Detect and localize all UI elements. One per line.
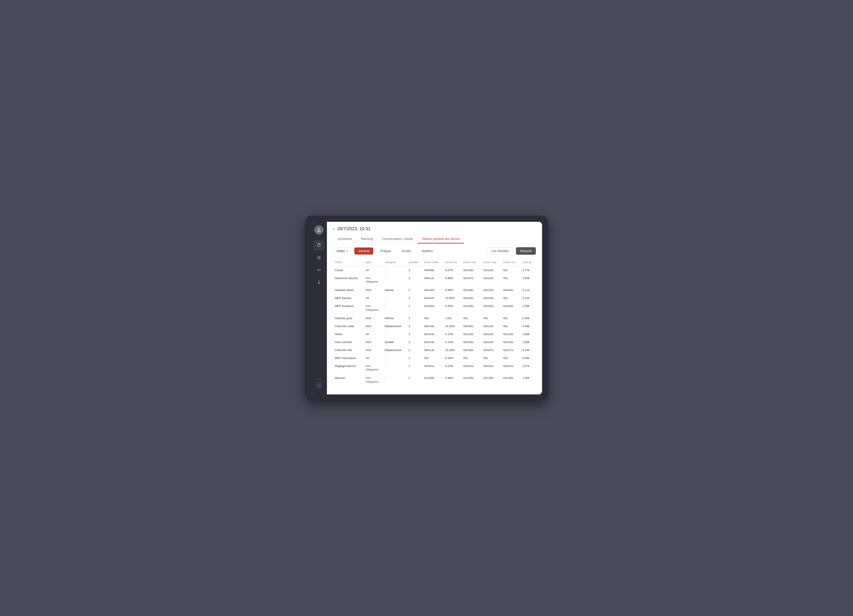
sidebar: ⏱ ⚙ ✏ ℹ › <box>311 222 327 394</box>
sidebar-expand-button[interactable]: › <box>316 382 322 389</box>
cell-quantite: 2 <box>407 286 422 294</box>
cell-duree-max: 02m05s <box>461 302 482 314</box>
cell-type: NVA <box>364 346 383 354</box>
cell-quantite: 1 <box>407 374 422 386</box>
tab-commentaires[interactable]: Commentaires / Media <box>377 235 417 243</box>
settings-icon: ⚙ <box>317 255 321 260</box>
cell-tache: Attendre grue <box>333 314 364 322</box>
cell-tache: MEP banche <box>333 294 364 302</box>
tab-syntheses[interactable]: Synthèses <box>333 235 356 243</box>
sidebar-item-info[interactable]: ℹ <box>314 277 324 288</box>
cell-duree-min: 02s <box>501 266 521 274</box>
chevron-right-icon: › <box>319 384 320 387</box>
voiles-dropdown[interactable]: Voiles ▼ <box>333 247 352 255</box>
cell-duree-min: 02m24s <box>501 338 521 346</box>
cell-duree-moy: 02m24s <box>482 338 501 346</box>
table-row: Réglage bancheNVAObligatoire-103m51s8.23… <box>333 362 536 374</box>
cell-duree-max: 02m39s <box>461 266 482 274</box>
avatar[interactable] <box>314 225 323 235</box>
cell-duree-min: 06s <box>501 294 521 302</box>
cell-duree-pct: 8.23% <box>443 362 461 374</box>
table-row: Desserrer bancheNVAObligatoire-304m12s8.… <box>333 274 536 286</box>
cell-quantite: 1 <box>407 302 422 314</box>
cell-duree-max: 02m36s <box>461 286 482 294</box>
cell-duree-totale: 45s <box>422 314 443 322</box>
cell-categorie: Déplacement <box>383 346 407 354</box>
cell-duree-pct: 13.29% <box>443 346 461 354</box>
cell-duree-max: 01m35s <box>461 374 482 386</box>
sidebar-nav: ⏱ ⚙ ✏ ℹ <box>314 240 324 378</box>
cell-duree-moy: 01m35s <box>482 374 501 386</box>
cell-quantite: 3 <box>407 294 422 302</box>
cell-quantite: 2 <box>407 346 422 354</box>
filter-amelie-button[interactable]: Amélie <box>398 247 415 255</box>
cell-quantite: 1 <box>407 330 422 338</box>
col-header-duree-totale: Durée totale <box>422 258 443 266</box>
dropdown-label: Voiles <box>336 249 345 253</box>
cell-type: NVA <box>364 322 383 330</box>
cell-duree-max: 03m56s <box>461 346 482 354</box>
header: ‹ 26/7/2023, 10:31 Synthèses Planning Co… <box>327 222 542 244</box>
page-title: 26/7/2023, 10:31 <box>337 226 370 231</box>
cell-duree-totale: 04m12s <box>422 274 443 286</box>
cell-duree-max: 03m51s <box>461 362 482 374</box>
cell-categorie: Attente <box>383 286 407 294</box>
filter-general-button[interactable]: Général <box>354 247 373 255</box>
chevron-down-icon: ▼ <box>346 250 348 252</box>
cell-duree-pct: 14.36% <box>443 322 461 330</box>
sidebar-item-edit[interactable]: ✏ <box>314 265 324 275</box>
cell-duree-moy: 05s <box>482 354 501 362</box>
cell-duree-max: 02m24s <box>461 330 482 338</box>
table-body: CoulerVA-304m09s8.87%02m39s01m23s02s2.77… <box>333 266 536 386</box>
sidebar-item-clock[interactable]: ⏱ <box>314 240 324 250</box>
cell-categorie: - <box>383 302 407 314</box>
cell-duree-moy: 01m24s <box>482 274 501 286</box>
cell-duree-max: 02m37s <box>461 274 482 286</box>
cell-type: VA <box>364 330 383 338</box>
cell-categorie: - <box>383 266 407 274</box>
cell-duree-max: 45s <box>461 314 482 322</box>
cell-duree-min: 02m24s <box>501 330 521 338</box>
col-header-categorie: Catégorie <box>383 258 407 266</box>
table-header-row: Tâche Type Catégorie Quantité Durée tota… <box>333 258 536 266</box>
cell-duree-moy: 45s <box>482 314 501 322</box>
table-row: MesurerNVAObligatoire-101m35s3.38%01m35s… <box>333 374 536 386</box>
cell-type: NVA <box>364 338 383 346</box>
cell-quantite: 1 <box>407 338 422 346</box>
svg-point-0 <box>318 228 320 230</box>
tab-planning[interactable]: Planning <box>356 235 377 243</box>
cell-cout: 0.06€ <box>521 354 536 362</box>
cell-duree-min: 01m35s <box>501 374 521 386</box>
table-row: MEP mannequinVA-105s0.18%05s05s05s0.06€ <box>333 354 536 362</box>
cell-duree-pct: 9.98% <box>443 286 461 294</box>
vue-detaillee-button[interactable]: Vue détaillée <box>487 247 513 255</box>
col-header-type: Type <box>364 258 383 266</box>
cell-duree-min: 02m17s <box>501 346 521 354</box>
filter-mathieu-button[interactable]: Mathieu <box>418 247 437 255</box>
filter-bar: Voiles ▼ Général Philippe Amélie Mathieu… <box>327 244 542 258</box>
cell-tache: Chercher info <box>333 346 364 354</box>
tabs: Synthèses Planning Commentaires / Media … <box>333 235 536 243</box>
cell-duree-moy: 02m24s <box>482 330 501 338</box>
cell-duree-totale: 06m13s <box>422 346 443 354</box>
cell-categorie: Attente <box>383 314 407 322</box>
cell-cout: 1.60€ <box>521 330 536 338</box>
cell-categorie: - <box>383 354 407 362</box>
cell-tache: Réglage banche <box>333 362 364 374</box>
col-header-duree-min: Durée min. <box>501 258 521 266</box>
col-header-quantite: Quantité <box>407 258 422 266</box>
tab-tableau[interactable]: Tableau général des tâches <box>417 235 464 243</box>
cell-tache: MEP écarteurs <box>333 302 364 314</box>
back-button[interactable]: ‹ <box>333 226 335 231</box>
filter-philippe-button[interactable]: Philippe <box>376 247 395 255</box>
resume-button[interactable]: Résumé <box>516 247 536 255</box>
cell-duree-max: 05s <box>461 354 482 362</box>
cell-cout: 0.50€ <box>521 314 536 322</box>
cell-cout: 3.14€ <box>521 294 536 302</box>
table-row: MEP bancheVA-304m43s10.08%02m24s01m34s06… <box>333 294 536 302</box>
cell-quantite: 3 <box>407 322 422 330</box>
cell-duree-pct: 5.13% <box>443 338 461 346</box>
cell-categorie: - <box>383 374 407 386</box>
sidebar-item-settings[interactable]: ⚙ <box>314 252 324 263</box>
cell-duree-max: 02m24s <box>461 294 482 302</box>
